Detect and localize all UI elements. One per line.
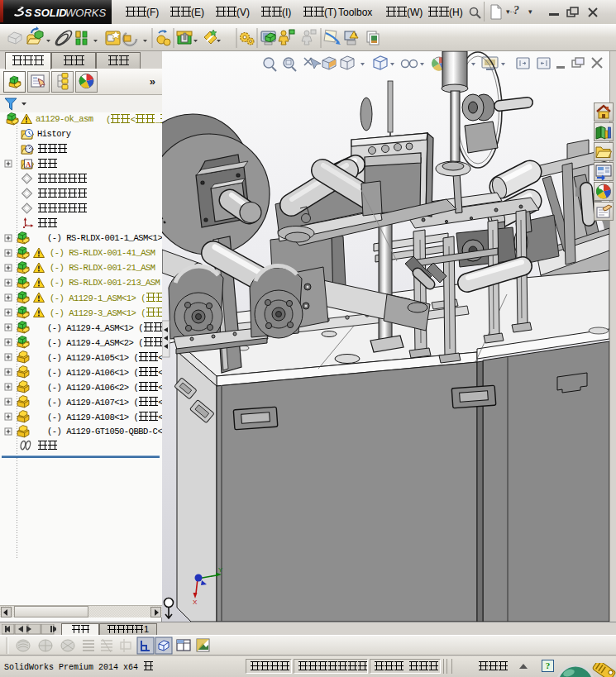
svg-text:Y: Y — [218, 566, 223, 574]
svg-text:S: S — [25, 7, 32, 19]
svg-text:X: X — [193, 598, 198, 606]
svg-text:WORKS: WORKS — [65, 7, 106, 19]
svg-text:SOLID: SOLID — [34, 7, 67, 19]
